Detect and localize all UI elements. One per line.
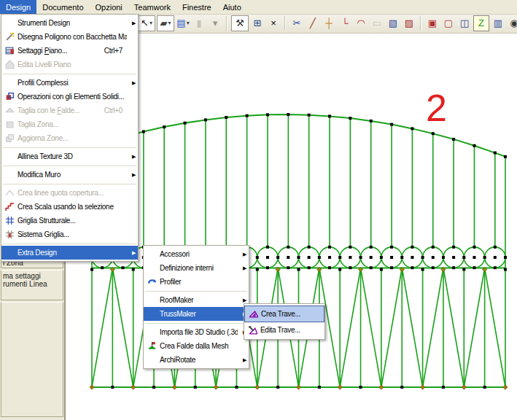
menu-item-trussmaker[interactable]: TrussMaker▶ [144,307,249,321]
menu-item-label: Taglia con le Falde... [18,106,97,114]
ungroup-icon: ▢ [444,16,453,31]
menu-item-crea-linee-quota-copertura[interactable]: Crea linee quota copertura... [1,186,138,200]
zone-cut-icon [1,120,18,129]
toolbar-separator [226,16,228,31]
menubar-item-design[interactable]: Design [0,0,36,14]
display-options-icon: ▥ [494,16,502,31]
dropdown-arrow-icon: ▾ [168,16,171,31]
menu-item-modifica-muro[interactable]: Modifica Muro▶ [1,168,138,182]
menu-item-profiler[interactable]: Profiler [144,275,249,289]
toolbar-separator [420,16,421,31]
corner-button[interactable]: └ [338,16,352,31]
intersect-icon: ┼ [325,16,332,31]
menu-item-strumenti-design[interactable]: Strumenti Design▶ [1,16,138,30]
autogroup-button[interactable]: ◫ [457,16,472,31]
menu-item-taglia-zona[interactable]: Taglia Zona... [1,117,138,131]
menu-item-label: Accessori [160,250,238,258]
dimension-table-icon: ⊞ [254,16,262,31]
menu-item-crea-scala-usando-la-selezione[interactable]: Crea Scala usando la selezione [1,200,138,214]
menu-item-label: Operazioni con gli Elementi Solidi... [18,93,127,101]
menu-item-importa-file-3d-studio-3ds[interactable]: Importa file 3D Studio (.3ds)▶ [144,325,249,339]
menu-item-crea-trave[interactable]: Crea Trave... [244,306,324,322]
panel-section-settings[interactable]: ma settaggi rumenti Linea [1,270,63,300]
delete-button[interactable]: × [266,16,281,31]
toolbar-separator [284,16,286,31]
trussmaker-submenu-popup: Crea Trave...Edita Trave... [244,303,325,340]
menu-item-shortcut: Ctrl+0 [97,106,127,114]
menu-item-edita-livelli-piano[interactable]: Edita Livelli Piano [1,58,138,71]
menu-item-label: TrussMaker [160,310,238,318]
group-icon: ▣ [428,16,437,31]
menu-item-label: Settaggi Piano... [18,47,97,55]
fillet-button[interactable]: ◠ [354,16,368,31]
camera-button[interactable]: ◉ [507,16,517,31]
more-options-button[interactable]: ▾ [208,16,222,31]
menu-item-disegna-poligono-con-bacchetta-magica[interactable]: Disegna Poligono con Bacchetta Magica [1,30,138,44]
ungroup-button[interactable]: ▢ [441,16,456,31]
wall-tool-button[interactable]: ▰▾ [157,15,174,31]
menu-item-edita-trave[interactable]: Edita Trave... [244,322,324,338]
dimension-table-button[interactable]: ⊞ [250,16,265,31]
marquee-arrow-button[interactable]: ▧ [386,16,400,31]
more-options-icon: ▾ [213,16,218,31]
menu-item-label: Sistema Griglia... [18,230,127,238]
menubar-item-aiuto[interactable]: Aiuto [217,0,247,14]
arrow-tool-button[interactable]: ↖▾ [138,15,155,31]
adjust-button[interactable]: ╱ [306,16,320,31]
polyline-magic-icon: Z [478,16,484,31]
menu-item-label: ArchiRotate [160,356,238,364]
zone-update-icon [1,133,18,143]
menu-item-label: Definizione interni [160,264,238,272]
layers-button[interactable]: ▤▾ [176,16,190,31]
menubar-item-teamwork[interactable]: Teamwork [128,0,176,14]
split-button[interactable]: ✂ [289,16,304,31]
intersect-button[interactable]: ┼ [322,16,336,31]
menu-item-sistema-griglia[interactable]: Sistema Griglia... [1,228,138,241]
fillet-icon: ◠ [357,16,365,31]
stamp-button[interactable]: ▭ [370,16,384,31]
submenu-arrow-icon: ▶ [127,20,138,26]
submenu-arrow-icon: ▶ [238,265,249,271]
menubar-item-finestre[interactable]: Finestre [176,0,217,14]
crea-trave-icon [245,309,261,319]
menu-item-archirotate[interactable]: ArchiRotate▶ [144,353,249,367]
menubar-item-opzioni[interactable]: Opzioni [90,0,128,14]
panel-label-strumenti-linea: rumenti Linea [3,280,61,288]
profiler-icon [144,277,160,287]
menubar-item-documento[interactable]: Documento [36,0,89,14]
solid-ops-icon [1,92,18,101]
menu-item-label: Profiler [160,278,238,286]
menu-item-profili-complessi[interactable]: Profili Complessi▶ [1,76,138,90]
polyline-magic-button[interactable]: Z [473,15,489,31]
menu-item-griglia-strutturale[interactable]: Griglia Strutturale... [1,214,138,228]
menu-item-aggiorna-zone[interactable]: Aggiorna Zone... [1,131,138,145]
menu-item-allinea-texture-3d[interactable]: Allinea Texture 3D▶ [1,149,138,163]
hatchet-tool-button[interactable]: ⚒ [231,15,249,31]
menu-item-label: Strumenti Design [18,19,127,27]
menu-item-definizione-interni[interactable]: Definizione interni▶ [144,261,249,275]
menu-item-extra-design[interactable]: Extra Design▶ [1,246,138,260]
menu-item-label: Crea linee quota copertura... [18,189,127,197]
menu-item-settaggi-piano[interactable]: Settaggi Piano...Ctrl+7 [1,44,138,58]
menu-item-roofmaker[interactable]: RoofMaker▶ [144,293,249,307]
floor-settings-icon [1,46,18,55]
menu-item-crea-falde-dalla-mesh[interactable]: Crea Falde dalla Mesh [144,339,249,353]
menu-item-label: RoofMaker [160,296,238,304]
menu-item-label: Allinea Texture 3D [18,152,127,160]
adjust-icon: ╱ [310,16,316,31]
menu-item-label: Crea Falde dalla Mesh [160,342,238,350]
autogroup-icon: ◫ [460,16,469,31]
column-button[interactable]: ▮ [192,16,206,31]
display-options-button[interactable]: ▥ [491,16,505,31]
submenu-arrow-icon: ▶ [127,250,138,256]
group-button[interactable]: ▣ [425,16,440,31]
menu-item-label: Disegna Poligono con Bacchetta Magica [18,33,127,41]
menu-item-operazioni-con-gli-elementi-solidi[interactable]: Operazioni con gli Elementi Solidi... [1,90,138,104]
annotation-number: 2 [426,86,447,130]
menu-item-label: Griglia Strutturale... [18,217,127,225]
menu-item-accessori[interactable]: Accessori▶ [144,247,249,261]
menu-item-taglia-con-le-falde[interactable]: Taglia con le Falde...Ctrl+0 [1,104,138,117]
marquee-x-button[interactable]: ▨ [402,16,416,31]
magic-wand-icon [1,32,18,42]
menu-item-shortcut: Ctrl+7 [97,47,127,55]
